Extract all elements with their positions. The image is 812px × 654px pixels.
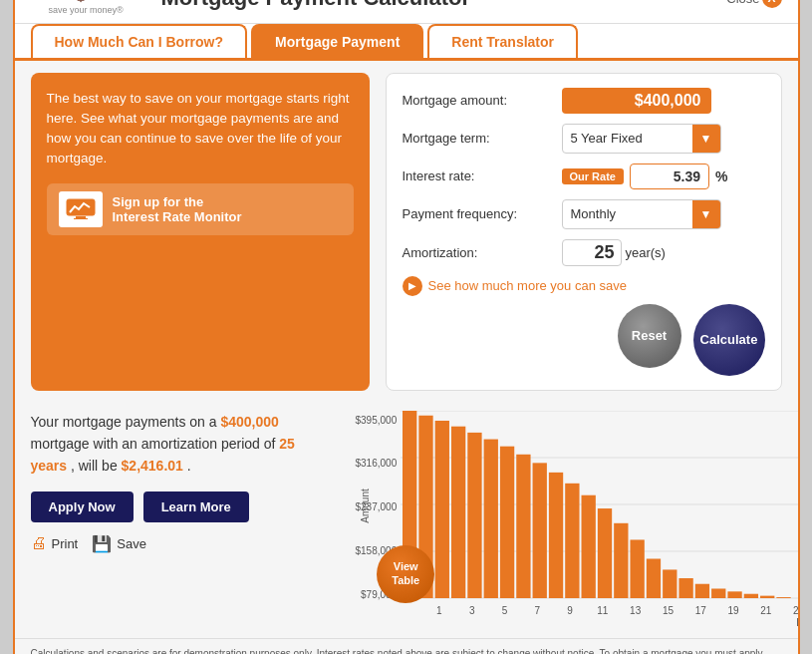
bottom-section: Your mortgage payments on a $400,000 mor… — [15, 403, 798, 638]
chart-container: $395,000 $316,000 $237,000 $158,000 $79,… — [356, 411, 800, 628]
payment-frequency-label: Payment frequency: — [403, 206, 562, 221]
save-label: Save — [117, 536, 146, 551]
x-axis-labels: 135791113151719212325 — [356, 605, 800, 616]
bar-chart — [401, 411, 799, 600]
our-rate-badge: Our Rate — [562, 168, 624, 184]
x-label-17: 17 — [684, 605, 717, 616]
term-dropdown-arrow-icon[interactable]: ▼ — [692, 125, 720, 153]
end-year-area: End of Year — [356, 617, 800, 628]
result-middle: mortgage with an amortization period of — [31, 436, 276, 452]
svg-rect-26 — [695, 583, 709, 597]
interest-rate-row: Interest rate: Our Rate % — [403, 164, 765, 189]
svg-rect-2 — [74, 218, 88, 219]
y-label-4: $316,000 — [356, 458, 398, 469]
svg-rect-19 — [582, 494, 596, 597]
result-suffix: , will be — [71, 458, 118, 474]
svg-rect-11 — [451, 426, 465, 597]
tab-borrow[interactable]: How Much Can I Borrow? — [31, 24, 248, 58]
play-icon: ▶ — [403, 276, 422, 296]
frequency-dropdown-arrow-icon[interactable]: ▼ — [692, 200, 720, 228]
print-button[interactable]: 🖨 Print — [31, 534, 79, 552]
tabs-bar: How Much Can I Borrow? Mortgage Payment … — [15, 24, 798, 58]
svg-rect-28 — [728, 591, 742, 598]
interest-rate-field: Our Rate % — [562, 164, 765, 189]
x-label-15: 15 — [652, 605, 684, 616]
payment-frequency-row: Payment frequency: Monthly ▼ — [403, 199, 765, 229]
logo-area: ING 🦁 DIRECT save your money® Mortgage P… — [31, 0, 470, 15]
close-button[interactable]: Close X — [726, 0, 781, 8]
calculator-panel: Mortgage amount: Mortgage term: 5 Year F… — [386, 73, 782, 391]
x-label-19: 19 — [717, 605, 750, 616]
svg-rect-16 — [533, 463, 547, 598]
see-more-text: See how much more you can save — [428, 278, 627, 293]
apply-now-button[interactable]: Apply Now — [31, 491, 134, 522]
mortgage-amount-field — [562, 88, 765, 114]
save-icon: 💾 — [92, 534, 112, 553]
view-table-button[interactable]: ViewTable — [377, 545, 434, 603]
view-table-label: ViewTable — [392, 560, 419, 586]
learn-more-button[interactable]: Learn More — [143, 491, 249, 522]
tab-payment[interactable]: Mortgage Payment — [251, 24, 423, 58]
x-label-23: 23 — [782, 605, 799, 616]
svg-rect-18 — [565, 483, 579, 597]
svg-rect-25 — [679, 578, 693, 598]
disclaimer-text: Calculations and scenarios are for demon… — [31, 648, 763, 655]
svg-rect-17 — [549, 472, 563, 597]
see-more-link[interactable]: ▶ See how much more you can save — [403, 276, 765, 296]
close-x-icon: X — [762, 0, 782, 8]
logo-box: ING 🦁 DIRECT save your money® — [31, 0, 141, 15]
monitor-text: Sign up for theInterest Rate Monitor — [113, 194, 242, 224]
interest-rate-label: Interest rate: — [403, 168, 562, 183]
result-period: . — [187, 458, 191, 474]
x-label-3: 3 — [455, 605, 488, 616]
left-panel: The best way to save on your mortgage st… — [31, 73, 370, 391]
svg-rect-15 — [516, 454, 530, 597]
monitor-signup[interactable]: Sign up for theInterest Rate Monitor — [47, 183, 354, 235]
tab-rent[interactable]: Rent Translator — [427, 24, 578, 58]
svg-rect-20 — [598, 508, 612, 598]
chart-area: $395,000 $316,000 $237,000 $158,000 $79,… — [346, 411, 800, 628]
svg-rect-23 — [647, 558, 661, 598]
main-content: The best way to save on your mortgage st… — [15, 58, 798, 655]
x-label-5: 5 — [488, 605, 521, 616]
x-axis-label: End of Year — [796, 617, 799, 628]
mortgage-amount-input[interactable] — [562, 88, 711, 114]
svg-rect-22 — [631, 539, 645, 598]
disclaimer: Calculations and scenarios are for demon… — [15, 638, 798, 655]
frequency-select-value: Monthly — [563, 202, 692, 225]
mortgage-term-label: Mortgage term: — [403, 131, 562, 146]
y-label-5: $395,000 — [356, 415, 398, 426]
term-select[interactable]: 5 Year Fixed ▼ — [562, 124, 721, 154]
svg-rect-31 — [777, 597, 791, 598]
x-label-1: 1 — [423, 605, 456, 616]
monitor-icon — [59, 191, 103, 227]
result-prefix: Your mortgage payments on a — [31, 414, 217, 430]
svg-rect-21 — [614, 522, 628, 597]
x-label-13: 13 — [619, 605, 652, 616]
reset-button[interactable]: Reset — [618, 304, 681, 368]
svg-rect-1 — [76, 216, 86, 218]
result-text-area: Your mortgage payments on a $400,000 mor… — [31, 411, 330, 628]
calculate-button[interactable]: Calculate — [693, 304, 765, 376]
mortgage-term-field: 5 Year Fixed ▼ — [562, 124, 765, 154]
close-label: Close — [726, 0, 759, 6]
print-label: Print — [52, 536, 79, 551]
x-label-9: 9 — [554, 605, 587, 616]
app-window: ING 🦁 DIRECT save your money® Mortgage P… — [13, 0, 800, 654]
svg-rect-12 — [467, 432, 481, 597]
frequency-select[interactable]: Monthly ▼ — [562, 199, 721, 229]
y-axis-label: Amount — [359, 489, 370, 522]
calculator-buttons: Reset Calculate — [403, 304, 765, 376]
x-label-7: 7 — [521, 605, 554, 616]
amortization-unit: year(s) — [626, 245, 666, 260]
interest-rate-input[interactable] — [630, 164, 709, 189]
amortization-input[interactable] — [562, 239, 622, 266]
x-label-21: 21 — [749, 605, 782, 616]
header: ING 🦁 DIRECT save your money® Mortgage P… — [15, 0, 798, 24]
top-section: The best way to save on your mortgage st… — [15, 61, 798, 403]
save-button[interactable]: 💾 Save — [92, 534, 146, 553]
utility-buttons: 🖨 Print 💾 Save — [31, 534, 330, 553]
left-panel-description: The best way to save on your mortgage st… — [47, 89, 354, 169]
svg-rect-30 — [760, 595, 774, 597]
term-select-value: 5 Year Fixed — [563, 127, 692, 150]
